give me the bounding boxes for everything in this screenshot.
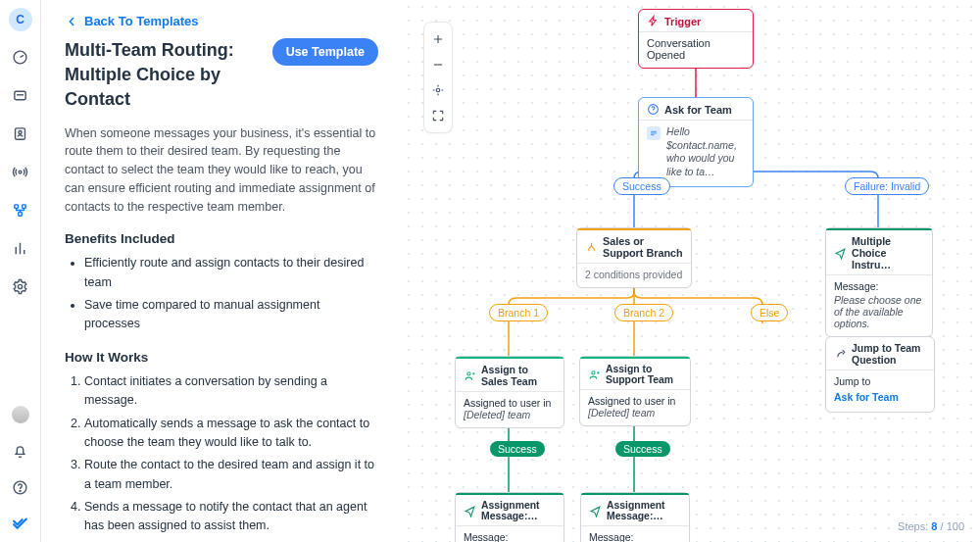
reports-icon[interactable]	[12, 240, 28, 257]
message-label: Message:	[464, 531, 556, 542]
node-jump[interactable]: Jump to Team Question Jump to Ask for Te…	[825, 336, 935, 413]
edge-label-branch2: Branch 2	[614, 304, 673, 321]
edge-label-success: Success	[613, 177, 670, 195]
assign-detail-line2: [Deleted] team	[464, 409, 556, 420]
brand-mark-icon	[12, 516, 28, 532]
dashboard-icon[interactable]	[12, 49, 28, 66]
assign-detail-line2: [Deleted] team	[588, 407, 682, 419]
user-assign-icon	[464, 370, 476, 382]
edge-label-failure: Failure: Invalid	[845, 177, 929, 195]
contacts-icon[interactable]	[12, 125, 28, 142]
template-description: When someone messages your business, it'…	[65, 124, 378, 217]
node-assignment-message-2[interactable]: Assignment Message:… Message: You have n…	[580, 492, 690, 542]
zoom-controls	[423, 22, 453, 133]
node-mc-instructions[interactable]: Multiple Choice Instru… Message: Please …	[825, 227, 933, 337]
notifications-icon[interactable]	[12, 443, 28, 460]
steps-counter: Steps: 8 / 100	[892, 518, 970, 534]
workflow-canvas[interactable]: Trigger Conversation Opened Ask for Team…	[402, 0, 980, 542]
inbox-icon[interactable]	[12, 87, 28, 104]
node-body: 2 conditions provided	[577, 264, 691, 287]
svg-point-13	[467, 371, 470, 374]
node-title: Multiple Choice Instru…	[852, 235, 924, 271]
user-assign-icon	[588, 369, 601, 381]
user-avatar[interactable]	[12, 406, 29, 423]
message-label: Message:	[589, 531, 681, 542]
app-sidebar: C	[0, 0, 41, 542]
node-title: Trigger	[664, 16, 701, 27]
back-to-templates-link[interactable]: Back To Templates	[65, 14, 378, 28]
svg-rect-6	[23, 205, 26, 209]
edge-label-success: Success	[615, 441, 670, 457]
send-icon	[464, 505, 476, 517]
node-message: Please choose one of the available optio…	[834, 294, 924, 329]
how-step: Contact initiates a conversation by send…	[84, 372, 378, 411]
svg-point-8	[18, 284, 22, 288]
node-title: Assign to Sales Team	[481, 364, 556, 387]
node-assign-sales[interactable]: Assign to Sales Team Assigned to user in…	[455, 356, 564, 428]
use-template-button[interactable]: Use Template	[272, 38, 378, 66]
node-title: Ask for Team	[664, 104, 732, 116]
node-title: Assignment Message:…	[607, 500, 681, 521]
send-icon	[589, 505, 602, 517]
how-step: Route the contact to the desired team an…	[84, 456, 378, 494]
send-icon	[834, 247, 847, 260]
steps-label: Steps:	[898, 520, 928, 532]
bolt-icon	[647, 15, 660, 27]
benefits-heading: Benefits Included	[65, 231, 378, 246]
node-title: Assignment Message:…	[481, 500, 556, 521]
edge-label-else: Else	[751, 304, 788, 321]
svg-point-11	[436, 88, 440, 92]
svg-point-3	[19, 131, 22, 134]
node-title: Jump to Team Question	[852, 342, 926, 366]
node-assign-support[interactable]: Assign to Support Team Assigned to user …	[579, 356, 691, 426]
branch-icon	[585, 241, 598, 254]
help-icon[interactable]	[12, 479, 28, 496]
how-step: Automatically sends a message to ask the…	[84, 415, 378, 453]
fullscreen-button[interactable]	[423, 103, 453, 128]
benefit-item: Save time compared to manual assignment …	[84, 296, 378, 334]
how-step: Sends a message to notify the contact th…	[84, 498, 378, 536]
how-heading: How It Works	[65, 350, 378, 365]
jump-label: Jump to	[834, 375, 926, 387]
jump-icon	[834, 348, 847, 361]
back-label: Back To Templates	[84, 14, 199, 28]
broadcast-icon[interactable]	[12, 164, 28, 180]
svg-rect-7	[19, 213, 23, 217]
node-title: Assign to Support Team	[606, 364, 682, 385]
edge-label-success: Success	[490, 441, 545, 457]
node-trigger[interactable]: Trigger Conversation Opened	[638, 9, 754, 69]
assign-detail-line1: Assigned to user in	[464, 397, 556, 409]
benefit-item: Efficiently route and assign contacts to…	[84, 254, 378, 292]
svg-point-14	[592, 370, 595, 373]
workflows-icon[interactable]	[12, 202, 28, 219]
template-details-panel: Back To Templates Multi-Team Routing: Mu…	[41, 0, 402, 542]
jump-target-link[interactable]: Ask for Team	[834, 391, 899, 403]
workspace-badge[interactable]: C	[9, 8, 32, 31]
node-message: Hello $contact.name, who would you like …	[666, 125, 745, 179]
settings-icon[interactable]	[12, 278, 28, 295]
message-icon	[647, 126, 661, 140]
svg-point-4	[19, 171, 22, 173]
steps-max: 100	[947, 520, 964, 532]
message-label: Message:	[834, 280, 924, 292]
node-title: Sales or Support Branch	[603, 235, 683, 259]
zoom-out-button[interactable]	[423, 52, 453, 77]
edge-label-branch1: Branch 1	[489, 304, 548, 321]
question-icon	[647, 103, 660, 116]
node-body: Conversation Opened	[639, 32, 753, 68]
assign-detail-line1: Assigned to user in	[588, 395, 682, 407]
node-assignment-message-1[interactable]: Assignment Message:… Message: You have n…	[455, 492, 564, 542]
svg-point-10	[20, 491, 21, 492]
template-title: Multi-Team Routing: Multiple Choice by C…	[65, 38, 272, 113]
node-branch[interactable]: Sales or Support Branch 2 conditions pro…	[576, 227, 692, 288]
zoom-fit-button[interactable]	[423, 77, 453, 103]
steps-current: 8	[931, 520, 937, 532]
node-ask-for-team[interactable]: Ask for Team Hello $contact.name, who wo…	[638, 97, 754, 187]
zoom-in-button[interactable]	[423, 26, 453, 52]
svg-rect-5	[15, 205, 19, 209]
